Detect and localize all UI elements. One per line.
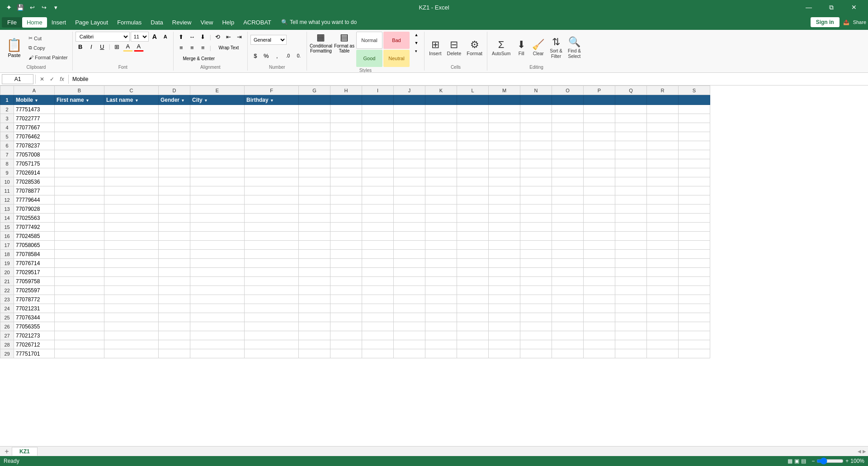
cell-I14[interactable] <box>362 214 394 223</box>
cell-M10[interactable] <box>489 177 520 186</box>
cell-G12[interactable] <box>299 195 330 204</box>
row-num-14[interactable]: 14 <box>0 214 14 223</box>
cell-J13[interactable] <box>394 204 425 214</box>
cell-D19[interactable]: ‎‎‎ <box>159 259 190 268</box>
cell-N20[interactable] <box>520 268 552 277</box>
redo-button[interactable]: ↪ <box>39 2 49 12</box>
cell-C16[interactable]: ‎‎‎‎‎‎‎‎‎‎‎‎ <box>104 232 159 241</box>
styles-scroll-up[interactable]: ▲ <box>411 32 421 38</box>
cell-F5[interactable] <box>245 132 299 141</box>
cell-Q18[interactable] <box>615 250 647 259</box>
row-num-8[interactable]: 8 <box>0 159 14 168</box>
cell-F15[interactable] <box>245 223 299 232</box>
cell-K16[interactable] <box>425 232 457 241</box>
cell-C11[interactable]: ‎‎‎‎‎‎‎ <box>104 186 159 195</box>
cell-G7[interactable] <box>299 150 330 159</box>
cell-A14[interactable]: 77025563 <box>14 214 55 223</box>
cell-G1[interactable] <box>299 95 330 105</box>
cell-H29[interactable] <box>330 349 362 358</box>
cell-C22[interactable]: ‎‎‎‎ <box>104 286 159 295</box>
cell-H15[interactable] <box>330 223 362 232</box>
cell-Q13[interactable] <box>615 204 647 214</box>
cell-N19[interactable] <box>520 259 552 268</box>
cell-N12[interactable] <box>520 195 552 204</box>
cell-M27[interactable] <box>489 331 520 340</box>
cell-C21[interactable]: ‎‎‎‎‎‎‎‎‎ <box>104 277 159 286</box>
underline-button[interactable]: U <box>97 42 107 52</box>
cell-M8[interactable] <box>489 159 520 168</box>
cell-N6[interactable] <box>520 141 552 150</box>
align-top-button[interactable]: ⬆ <box>176 32 186 42</box>
cell-F13[interactable] <box>245 204 299 214</box>
cell-A5[interactable]: 77076462 <box>14 132 55 141</box>
cell-O19[interactable] <box>552 259 584 268</box>
cell-E6[interactable]: ‎‎‎‎‎ ‎‎‎‎‎‎‎‎‎‎ <box>190 141 245 150</box>
cell-N8[interactable] <box>520 159 552 168</box>
cell-H7[interactable] <box>330 150 362 159</box>
cell-F1[interactable]: Birthday ▾ <box>245 95 299 105</box>
cell-K9[interactable] <box>425 168 457 177</box>
cell-S3[interactable] <box>679 114 710 123</box>
cell-I5[interactable] <box>362 132 394 141</box>
cell-P6[interactable] <box>584 141 615 150</box>
cell-F29[interactable] <box>245 349 299 358</box>
cell-H27[interactable] <box>330 331 362 340</box>
cell-M20[interactable] <box>489 268 520 277</box>
cell-S12[interactable] <box>679 195 710 204</box>
cell-P27[interactable] <box>584 331 615 340</box>
row-num-29[interactable]: 29 <box>0 349 14 358</box>
cell-B12[interactable]: ‎‎‎‎‎ <box>55 195 104 204</box>
cell-O29[interactable] <box>552 349 584 358</box>
cell-E27[interactable]: ‎‎‎‎‎‎‎‎‎‎ <box>190 331 245 340</box>
cell-S1[interactable] <box>679 95 710 105</box>
format-button[interactable]: ⚙ Format <box>465 35 484 61</box>
row-num-19[interactable]: 19 <box>0 259 14 268</box>
cell-B16[interactable]: ‎‎‎‎‎‎ <box>55 232 104 241</box>
cell-H8[interactable] <box>330 159 362 168</box>
row-num-10[interactable]: 10 <box>0 177 14 186</box>
cell-D14[interactable]: ‎‎‎ <box>159 214 190 223</box>
cell-L12[interactable] <box>457 195 489 204</box>
cell-Q1[interactable] <box>615 95 647 105</box>
row-num-18[interactable]: 18 <box>0 250 14 259</box>
cell-D13[interactable]: ‎‎‎ <box>159 204 190 214</box>
cell-R16[interactable] <box>647 232 679 241</box>
cell-H26[interactable] <box>330 322 362 331</box>
sheet-container[interactable]: A B C D E F G H I J K L M N O P Q <box>0 86 868 446</box>
cell-O8[interactable] <box>552 159 584 168</box>
cell-L14[interactable] <box>457 214 489 223</box>
cell-D10[interactable]: ‎‎‎ <box>159 177 190 186</box>
cell-O17[interactable] <box>552 241 584 250</box>
cell-G16[interactable] <box>299 232 330 241</box>
cell-A9[interactable]: 77026914 <box>14 168 55 177</box>
cell-N15[interactable] <box>520 223 552 232</box>
cell-F6[interactable] <box>245 141 299 150</box>
menu-insert[interactable]: Insert <box>47 17 71 28</box>
cell-C7[interactable]: ‎‎‎‎‎‎‎‎‎ <box>104 150 159 159</box>
cell-L8[interactable] <box>457 159 489 168</box>
cell-S17[interactable] <box>679 241 710 250</box>
cell-L28[interactable] <box>457 340 489 349</box>
cell-A10[interactable]: 77028536 <box>14 177 55 186</box>
cell-O18[interactable] <box>552 250 584 259</box>
cell-J17[interactable] <box>394 241 425 250</box>
col-header-H[interactable]: H <box>330 86 362 95</box>
col-header-A[interactable]: A <box>14 86 55 95</box>
cell-P19[interactable] <box>584 259 615 268</box>
cell-A1[interactable]: Mobile ▾ <box>14 95 55 105</box>
row-num-28[interactable]: 28 <box>0 340 14 349</box>
cell-C19[interactable]: ‎‎‎‎‎‎‎‎‎ <box>104 259 159 268</box>
cell-O21[interactable] <box>552 277 584 286</box>
row-num-26[interactable]: 26 <box>0 322 14 331</box>
cell-O14[interactable] <box>552 214 584 223</box>
cell-Q14[interactable] <box>615 214 647 223</box>
cell-Q4[interactable] <box>615 123 647 132</box>
close-button[interactable]: ✕ <box>844 0 864 14</box>
cell-O7[interactable] <box>552 150 584 159</box>
cell-J26[interactable] <box>394 322 425 331</box>
row-num-7[interactable]: 7 <box>0 150 14 159</box>
normal-style[interactable]: Normal <box>356 32 382 49</box>
cell-R8[interactable] <box>647 159 679 168</box>
cell-J7[interactable] <box>394 150 425 159</box>
cell-H6[interactable] <box>330 141 362 150</box>
